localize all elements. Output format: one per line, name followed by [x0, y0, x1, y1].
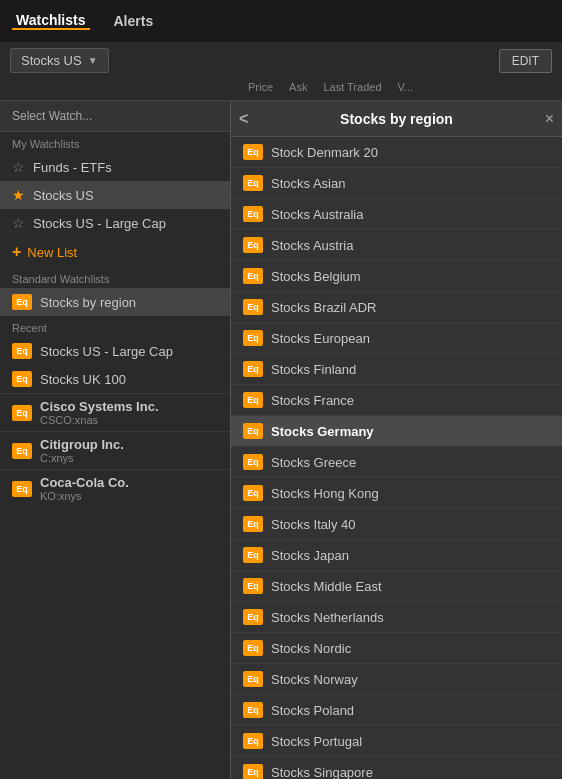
- stock-name: Citigroup Inc.: [40, 437, 124, 452]
- region-item[interactable]: EqStocks Norway: [231, 664, 562, 695]
- eq-icon: Eq: [243, 206, 263, 222]
- eq-icon: Eq: [243, 330, 263, 346]
- recent-item-label: Stocks UK 100: [40, 372, 126, 387]
- region-item-label: Stocks Australia: [271, 207, 364, 222]
- col-price: Price: [240, 81, 281, 98]
- eq-icon: Eq: [243, 764, 263, 779]
- eq-icon: Eq: [243, 516, 263, 532]
- star-icon: ☆: [12, 159, 25, 175]
- region-item[interactable]: EqStocks Italy 40: [231, 509, 562, 540]
- region-item[interactable]: EqStocks Brazil ADR: [231, 292, 562, 323]
- toolbar: Stocks US ▼ EDIT: [0, 42, 562, 79]
- eq-icon: Eq: [12, 443, 32, 459]
- stock-name: Coca-Cola Co.: [40, 475, 129, 490]
- region-item[interactable]: EqStocks Portugal: [231, 726, 562, 757]
- region-item-label: Stocks Portugal: [271, 734, 362, 749]
- nav-alerts[interactable]: Alerts: [110, 13, 158, 29]
- eq-icon: Eq: [243, 268, 263, 284]
- main-area: Select Watch... My Watchlists ☆ Funds - …: [0, 101, 562, 779]
- region-item-label: Stocks European: [271, 331, 370, 346]
- column-headers: Price Ask Last Traded V...: [0, 79, 562, 101]
- close-button[interactable]: ×: [537, 110, 554, 128]
- watchlist-item-stocks-us-large-cap[interactable]: ☆ Stocks US - Large Cap: [0, 209, 230, 237]
- stock-ticker: CSCO:xnas: [40, 414, 159, 426]
- star-filled-icon: ★: [12, 187, 25, 203]
- eq-icon: Eq: [243, 361, 263, 377]
- eq-icon: Eq: [243, 640, 263, 656]
- stock-info: Cisco Systems Inc. CSCO:xnas: [40, 399, 159, 426]
- region-item[interactable]: EqStock Denmark 20: [231, 137, 562, 168]
- stock-item-citigroup[interactable]: Eq Citigroup Inc. C:xnys: [0, 431, 230, 469]
- eq-icon: Eq: [243, 485, 263, 501]
- region-item[interactable]: EqStocks Middle East: [231, 571, 562, 602]
- col-ask: Ask: [281, 81, 315, 98]
- left-panel: Select Watch... My Watchlists ☆ Funds - …: [0, 101, 230, 779]
- region-item[interactable]: EqStocks Netherlands: [231, 602, 562, 633]
- region-item[interactable]: EqStocks European: [231, 323, 562, 354]
- right-panel-header: < Stocks by region ×: [231, 101, 562, 137]
- region-item[interactable]: EqStocks Poland: [231, 695, 562, 726]
- recent-label: Recent: [0, 316, 230, 337]
- region-item-label: Stocks Greece: [271, 455, 356, 470]
- my-watchlists-label: My Watchlists: [0, 132, 230, 153]
- stock-info: Citigroup Inc. C:xnys: [40, 437, 124, 464]
- stock-item-cisco[interactable]: Eq Cisco Systems Inc. CSCO:xnas: [0, 393, 230, 431]
- region-item-label: Stocks Poland: [271, 703, 354, 718]
- region-item[interactable]: EqStocks Asian: [231, 168, 562, 199]
- region-item[interactable]: EqStocks France: [231, 385, 562, 416]
- stock-item-coca-cola[interactable]: Eq Coca-Cola Co. KO:xnys: [0, 469, 230, 507]
- recent-item-label: Stocks US - Large Cap: [40, 344, 173, 359]
- region-item-label: Stocks Singapore: [271, 765, 373, 780]
- plus-icon: +: [12, 243, 21, 261]
- region-item[interactable]: EqStocks Japan: [231, 540, 562, 571]
- dropdown-label: Stocks US: [21, 53, 82, 68]
- new-list-label: New List: [27, 245, 77, 260]
- region-item[interactable]: EqStocks Singapore: [231, 757, 562, 779]
- region-item[interactable]: EqStocks Finland: [231, 354, 562, 385]
- watchlist-item-stocks-by-region[interactable]: Eq Stocks by region: [0, 288, 230, 316]
- watchlist-item-label: Stocks US: [33, 188, 94, 203]
- region-item[interactable]: EqStocks Nordic: [231, 633, 562, 664]
- eq-icon: Eq: [12, 481, 32, 497]
- region-item-label: Stocks Netherlands: [271, 610, 384, 625]
- region-item[interactable]: EqStocks Austria: [231, 230, 562, 261]
- region-item[interactable]: EqStocks Belgium: [231, 261, 562, 292]
- recent-item-stocks-us-large-cap[interactable]: Eq Stocks US - Large Cap: [0, 337, 230, 365]
- col-volume: V...: [390, 81, 422, 98]
- eq-icon: Eq: [12, 294, 32, 310]
- stock-info: Coca-Cola Co. KO:xnys: [40, 475, 129, 502]
- region-item-label: Stocks Asian: [271, 176, 345, 191]
- recent-item-stocks-uk-100[interactable]: Eq Stocks UK 100: [0, 365, 230, 393]
- region-item[interactable]: EqStocks Hong Kong: [231, 478, 562, 509]
- watchlist-item-stocks-us[interactable]: ★ Stocks US: [0, 181, 230, 209]
- region-item[interactable]: EqStocks Australia: [231, 199, 562, 230]
- region-item[interactable]: EqStocks Germany: [231, 416, 562, 447]
- region-item-label: Stocks Finland: [271, 362, 356, 377]
- eq-icon: Eq: [243, 609, 263, 625]
- region-item-label: Stocks Germany: [271, 424, 374, 439]
- region-item-label: Stocks Brazil ADR: [271, 300, 376, 315]
- region-item-label: Stocks Nordic: [271, 641, 351, 656]
- nav-watchlists[interactable]: Watchlists: [12, 12, 90, 30]
- region-item-label: Stock Denmark 20: [271, 145, 378, 160]
- eq-icon: Eq: [243, 733, 263, 749]
- standard-watchlists-label: Standard Watchlists: [0, 267, 230, 288]
- watchlist-item-label: Stocks US - Large Cap: [33, 216, 166, 231]
- region-item-label: Stocks Middle East: [271, 579, 382, 594]
- stock-ticker: C:xnys: [40, 452, 124, 464]
- region-item[interactable]: EqStocks Greece: [231, 447, 562, 478]
- region-list: EqStock Denmark 20EqStocks AsianEqStocks…: [231, 137, 562, 779]
- edit-button[interactable]: EDIT: [499, 49, 552, 73]
- stock-ticker: KO:xnys: [40, 490, 129, 502]
- watchlist-dropdown[interactable]: Stocks US ▼: [10, 48, 109, 73]
- dropdown-arrow-icon: ▼: [88, 55, 98, 66]
- right-panel: < Stocks by region × EqStock Denmark 20E…: [230, 101, 562, 779]
- region-item-label: Stocks Italy 40: [271, 517, 356, 532]
- new-list-button[interactable]: + New List: [0, 237, 230, 267]
- region-item-label: Stocks Hong Kong: [271, 486, 379, 501]
- top-nav: Watchlists Alerts: [0, 0, 562, 42]
- stock-name: Cisco Systems Inc.: [40, 399, 159, 414]
- back-button[interactable]: <: [239, 110, 256, 128]
- watchlist-item-funds-etfs[interactable]: ☆ Funds - ETFs: [0, 153, 230, 181]
- eq-icon: Eq: [12, 343, 32, 359]
